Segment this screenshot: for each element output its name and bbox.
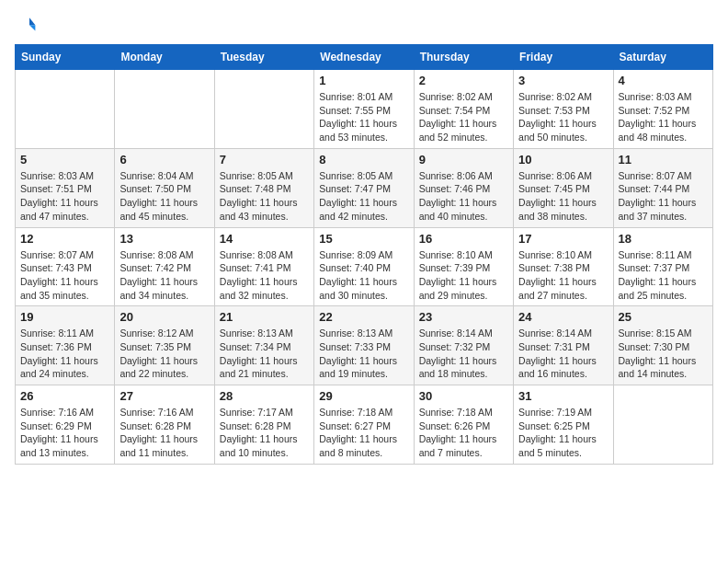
day-number: 31 bbox=[518, 389, 608, 403]
svg-marker-1 bbox=[29, 25, 35, 30]
calendar-body: 1Sunrise: 8:01 AM Sunset: 7:55 PM Daylig… bbox=[16, 70, 713, 465]
day-info: Sunrise: 7:16 AM Sunset: 6:29 PM Dayligh… bbox=[20, 406, 109, 460]
day-number: 18 bbox=[619, 232, 708, 246]
day-info: Sunrise: 7:16 AM Sunset: 6:28 PM Dayligh… bbox=[119, 406, 209, 460]
day-number: 15 bbox=[319, 232, 408, 246]
day-info: Sunrise: 7:18 AM Sunset: 6:27 PM Dayligh… bbox=[319, 406, 408, 460]
week-row-1: 1Sunrise: 8:01 AM Sunset: 7:55 PM Daylig… bbox=[16, 70, 713, 149]
week-row-2: 5Sunrise: 8:03 AM Sunset: 7:51 PM Daylig… bbox=[16, 148, 713, 227]
day-info: Sunrise: 8:13 AM Sunset: 7:33 PM Dayligh… bbox=[319, 327, 408, 381]
day-number: 20 bbox=[119, 310, 209, 324]
weekday-header-monday: Monday bbox=[115, 45, 214, 70]
calendar-cell: 26Sunrise: 7:16 AM Sunset: 6:29 PM Dayli… bbox=[16, 385, 115, 465]
weekday-header-friday: Friday bbox=[514, 45, 613, 70]
week-row-3: 12Sunrise: 8:07 AM Sunset: 7:43 PM Dayli… bbox=[16, 227, 713, 306]
day-info: Sunrise: 8:06 AM Sunset: 7:46 PM Dayligh… bbox=[419, 169, 508, 224]
calendar-cell: 12Sunrise: 8:07 AM Sunset: 7:43 PM Dayli… bbox=[16, 227, 115, 306]
day-info: Sunrise: 8:10 AM Sunset: 7:39 PM Dayligh… bbox=[419, 248, 508, 303]
day-info: Sunrise: 8:02 AM Sunset: 7:54 PM Dayligh… bbox=[419, 90, 508, 144]
day-info: Sunrise: 8:03 AM Sunset: 7:52 PM Dayligh… bbox=[619, 90, 708, 144]
day-info: Sunrise: 7:17 AM Sunset: 6:28 PM Dayligh… bbox=[220, 406, 309, 460]
day-number: 9 bbox=[419, 153, 508, 167]
day-number: 10 bbox=[518, 153, 608, 167]
day-number: 13 bbox=[119, 232, 209, 246]
day-number: 1 bbox=[319, 74, 408, 87]
logo-icon bbox=[15, 15, 37, 37]
calendar-cell: 17Sunrise: 8:10 AM Sunset: 7:38 PM Dayli… bbox=[514, 227, 613, 306]
calendar-cell: 28Sunrise: 7:17 AM Sunset: 6:28 PM Dayli… bbox=[214, 385, 313, 465]
day-info: Sunrise: 7:19 AM Sunset: 6:25 PM Dayligh… bbox=[518, 406, 608, 460]
day-number: 4 bbox=[619, 74, 708, 87]
day-number: 30 bbox=[419, 389, 508, 403]
day-number: 19 bbox=[20, 310, 109, 324]
day-number: 23 bbox=[419, 310, 508, 324]
calendar-cell: 2Sunrise: 8:02 AM Sunset: 7:54 PM Daylig… bbox=[414, 70, 513, 149]
weekday-header-thursday: Thursday bbox=[414, 45, 513, 70]
calendar-cell: 4Sunrise: 8:03 AM Sunset: 7:52 PM Daylig… bbox=[613, 70, 712, 149]
day-number: 12 bbox=[20, 232, 109, 246]
day-info: Sunrise: 8:11 AM Sunset: 7:37 PM Dayligh… bbox=[619, 248, 708, 303]
calendar-cell: 23Sunrise: 8:14 AM Sunset: 7:32 PM Dayli… bbox=[414, 306, 513, 385]
day-info: Sunrise: 7:18 AM Sunset: 6:26 PM Dayligh… bbox=[419, 406, 508, 460]
weekday-header-tuesday: Tuesday bbox=[214, 45, 313, 70]
calendar-cell: 9Sunrise: 8:06 AM Sunset: 7:46 PM Daylig… bbox=[414, 148, 513, 227]
calendar-cell: 13Sunrise: 8:08 AM Sunset: 7:42 PM Dayli… bbox=[115, 227, 214, 306]
day-number: 2 bbox=[419, 74, 508, 87]
calendar-cell: 30Sunrise: 7:18 AM Sunset: 6:26 PM Dayli… bbox=[414, 385, 513, 465]
calendar-cell: 25Sunrise: 8:15 AM Sunset: 7:30 PM Dayli… bbox=[613, 306, 712, 385]
day-info: Sunrise: 8:07 AM Sunset: 7:43 PM Dayligh… bbox=[20, 248, 109, 303]
day-info: Sunrise: 8:01 AM Sunset: 7:55 PM Dayligh… bbox=[319, 90, 408, 144]
calendar-cell: 18Sunrise: 8:11 AM Sunset: 7:37 PM Dayli… bbox=[613, 227, 712, 306]
day-number: 22 bbox=[319, 310, 408, 324]
day-number: 27 bbox=[119, 389, 209, 403]
day-number: 21 bbox=[220, 310, 309, 324]
day-info: Sunrise: 8:08 AM Sunset: 7:41 PM Dayligh… bbox=[220, 248, 309, 303]
day-info: Sunrise: 8:02 AM Sunset: 7:53 PM Dayligh… bbox=[518, 90, 608, 144]
day-info: Sunrise: 8:08 AM Sunset: 7:42 PM Dayligh… bbox=[119, 248, 209, 303]
day-number: 3 bbox=[518, 74, 608, 87]
calendar-cell: 24Sunrise: 8:14 AM Sunset: 7:31 PM Dayli… bbox=[514, 306, 613, 385]
day-info: Sunrise: 8:04 AM Sunset: 7:50 PM Dayligh… bbox=[119, 169, 209, 224]
calendar-cell: 16Sunrise: 8:10 AM Sunset: 7:39 PM Dayli… bbox=[414, 227, 513, 306]
day-info: Sunrise: 8:14 AM Sunset: 7:32 PM Dayligh… bbox=[419, 327, 508, 381]
calendar-cell: 14Sunrise: 8:08 AM Sunset: 7:41 PM Dayli… bbox=[214, 227, 313, 306]
day-info: Sunrise: 8:07 AM Sunset: 7:44 PM Dayligh… bbox=[619, 169, 708, 224]
day-number: 6 bbox=[119, 153, 209, 167]
calendar-cell: 10Sunrise: 8:06 AM Sunset: 7:45 PM Dayli… bbox=[514, 148, 613, 227]
svg-marker-0 bbox=[29, 17, 35, 25]
day-info: Sunrise: 8:09 AM Sunset: 7:40 PM Dayligh… bbox=[319, 248, 408, 303]
calendar-cell bbox=[613, 385, 712, 465]
day-number: 26 bbox=[20, 389, 109, 403]
calendar-cell: 31Sunrise: 7:19 AM Sunset: 6:25 PM Dayli… bbox=[514, 385, 613, 465]
day-number: 24 bbox=[518, 310, 608, 324]
day-info: Sunrise: 8:10 AM Sunset: 7:38 PM Dayligh… bbox=[518, 248, 608, 303]
page-header bbox=[15, 15, 713, 37]
calendar-cell: 1Sunrise: 8:01 AM Sunset: 7:55 PM Daylig… bbox=[314, 70, 414, 149]
calendar-cell: 19Sunrise: 8:11 AM Sunset: 7:36 PM Dayli… bbox=[16, 306, 115, 385]
calendar-cell: 11Sunrise: 8:07 AM Sunset: 7:44 PM Dayli… bbox=[613, 148, 712, 227]
day-info: Sunrise: 8:05 AM Sunset: 7:48 PM Dayligh… bbox=[220, 169, 309, 224]
week-row-4: 19Sunrise: 8:11 AM Sunset: 7:36 PM Dayli… bbox=[16, 306, 713, 385]
day-info: Sunrise: 8:13 AM Sunset: 7:34 PM Dayligh… bbox=[220, 327, 309, 381]
day-info: Sunrise: 8:05 AM Sunset: 7:47 PM Dayligh… bbox=[319, 169, 408, 224]
day-info: Sunrise: 8:15 AM Sunset: 7:30 PM Dayligh… bbox=[619, 327, 708, 381]
day-info: Sunrise: 8:12 AM Sunset: 7:35 PM Dayligh… bbox=[119, 327, 209, 381]
calendar-cell: 15Sunrise: 8:09 AM Sunset: 7:40 PM Dayli… bbox=[314, 227, 414, 306]
calendar-cell: 8Sunrise: 8:05 AM Sunset: 7:47 PM Daylig… bbox=[314, 148, 414, 227]
calendar-cell: 3Sunrise: 8:02 AM Sunset: 7:53 PM Daylig… bbox=[514, 70, 613, 149]
calendar-header: SundayMondayTuesdayWednesdayThursdayFrid… bbox=[16, 45, 713, 70]
calendar-cell: 22Sunrise: 8:13 AM Sunset: 7:33 PM Dayli… bbox=[314, 306, 414, 385]
day-info: Sunrise: 8:14 AM Sunset: 7:31 PM Dayligh… bbox=[518, 327, 608, 381]
calendar-cell: 21Sunrise: 8:13 AM Sunset: 7:34 PM Dayli… bbox=[214, 306, 313, 385]
day-number: 11 bbox=[619, 153, 708, 167]
weekday-header-row: SundayMondayTuesdayWednesdayThursdayFrid… bbox=[16, 45, 713, 70]
day-info: Sunrise: 8:06 AM Sunset: 7:45 PM Dayligh… bbox=[518, 169, 608, 224]
week-row-5: 26Sunrise: 7:16 AM Sunset: 6:29 PM Dayli… bbox=[16, 385, 713, 465]
day-info: Sunrise: 8:11 AM Sunset: 7:36 PM Dayligh… bbox=[20, 327, 109, 381]
calendar-cell bbox=[214, 70, 313, 149]
calendar-cell: 27Sunrise: 7:16 AM Sunset: 6:28 PM Dayli… bbox=[115, 385, 214, 465]
day-number: 25 bbox=[619, 310, 708, 324]
calendar-cell: 5Sunrise: 8:03 AM Sunset: 7:51 PM Daylig… bbox=[16, 148, 115, 227]
calendar-cell: 29Sunrise: 7:18 AM Sunset: 6:27 PM Dayli… bbox=[314, 385, 414, 465]
day-number: 28 bbox=[220, 389, 309, 403]
